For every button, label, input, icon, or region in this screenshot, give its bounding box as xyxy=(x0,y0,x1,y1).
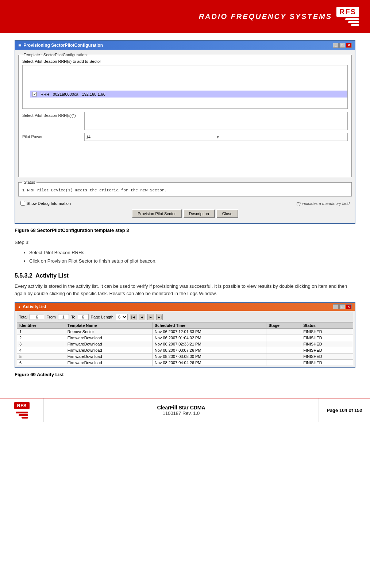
last-page-button[interactable]: ►| xyxy=(156,314,163,320)
show-debug-label: Show Debug Information xyxy=(27,201,71,206)
section-heading-532: 5.5.3.2 Activity List xyxy=(15,272,355,279)
col-template-name: Template Name xyxy=(65,322,152,329)
cell-time: Nov 08,2007 03:07:26 PM xyxy=(152,347,266,354)
to-input[interactable] xyxy=(78,314,89,320)
activity-minimize-button[interactable]: _ xyxy=(333,304,339,309)
maximize-button[interactable]: □ xyxy=(339,43,345,48)
table-row[interactable]: 3 FirmwareDownload Nov 06,2007 02:33:21 … xyxy=(17,341,353,347)
provisioning-dialog: ≡ Provisioning SectorPilotConfiguration … xyxy=(15,40,355,224)
cell-stage xyxy=(266,347,301,354)
activity-titlebar-controls[interactable]: _ □ ✕ xyxy=(333,304,352,309)
cell-status: FINISHED xyxy=(301,341,353,347)
activity-table: Identifier Template Name Scheduled Time … xyxy=(17,322,353,366)
show-debug-area: Show Debug Information xyxy=(20,201,71,206)
cell-template: FirmwareDownload xyxy=(65,341,152,347)
rrh-checkbox[interactable]: ✓ xyxy=(32,92,37,96)
dialog1-buttons: Provision Pilot Sector Description Close xyxy=(18,207,352,220)
pagination-bar: Total From To Page Length 6 |◄ ◄ ► ►| xyxy=(17,312,353,322)
cell-status: FINISHED xyxy=(301,329,353,335)
footer-rfs-badge: RFS xyxy=(14,402,30,409)
beacon-select-container: Select Pilot Beacon RRH(s) to add to Sec… xyxy=(22,59,348,109)
cell-id: 2 xyxy=(17,335,65,341)
pilot-power-field: 14 ▼ xyxy=(84,133,348,141)
cell-id: 4 xyxy=(17,347,65,354)
from-label: From xyxy=(46,315,56,319)
next-page-button[interactable]: ► xyxy=(147,314,154,320)
cell-template: RemoveSector xyxy=(65,329,152,335)
footer-logo-cell: RFS xyxy=(0,398,44,422)
cell-time: Nov 06,2007 02:33:21 PM xyxy=(152,341,266,347)
table-row[interactable]: 4 FirmwareDownload Nov 08,2007 03:07:26 … xyxy=(17,347,353,354)
step3-intro: Step 3: xyxy=(15,239,355,246)
total-input[interactable] xyxy=(30,314,44,320)
bullet-1: Select Pilot Beacon RRHs. xyxy=(29,248,355,257)
cell-stage xyxy=(266,354,301,360)
to-label: To xyxy=(71,315,76,319)
pilot-power-select[interactable]: 14 ▼ xyxy=(84,133,348,141)
rrh-ip: 192.168.1.66 xyxy=(82,92,105,96)
dialog1-title: Provisioning SectorPilotConfiguration xyxy=(23,43,103,48)
template-legend: Template : SectorPilotConfiguration xyxy=(22,53,88,57)
cell-template: FirmwareDownload xyxy=(65,347,152,354)
page-length-select[interactable]: 6 xyxy=(116,314,128,320)
rrh-select-label: Select Pilot Beacon RRH(s)(*) xyxy=(22,112,81,118)
brand-area: RADIO FREQUENCY SYSTEMS RFS xyxy=(199,7,359,26)
dialog1-icon: ≡ xyxy=(18,42,21,48)
cell-status: FINISHED xyxy=(301,354,353,360)
wave-line-3 xyxy=(351,24,359,26)
mandatory-note: (*) indicates a mandatory field xyxy=(296,201,350,206)
cell-stage xyxy=(266,341,301,347)
activity-titlebar: ● ActivityList _ □ ✕ xyxy=(15,303,355,311)
activity-close-button[interactable]: ✕ xyxy=(346,304,352,309)
footer-wave-lines xyxy=(16,412,28,419)
form-row-rrh: Select Pilot Beacon RRH(s)(*) xyxy=(22,112,348,130)
table-row[interactable]: 1 RemoveSector Nov 06,2007 12:01:33 PM F… xyxy=(17,329,353,335)
col-identifier: Identifier xyxy=(17,322,65,329)
col-scheduled-time: Scheduled Time xyxy=(152,322,266,329)
cell-template: FirmwareDownload xyxy=(65,335,152,341)
activity-title: ActivityList xyxy=(23,304,46,309)
activity-body: Total From To Page Length 6 |◄ ◄ ► ►| xyxy=(15,311,355,367)
close-dialog-button[interactable]: Close xyxy=(216,209,238,218)
cell-stage xyxy=(266,329,301,335)
provision-pilot-sector-button[interactable]: Provision Pilot Sector xyxy=(132,209,182,218)
table-row[interactable]: 5 FirmwareDownload Nov 08,2007 03:08:00 … xyxy=(17,354,353,360)
rfs-badge: RFS xyxy=(336,7,359,17)
figure2-caption: Figure 69 Activity List xyxy=(15,372,355,377)
minimize-button[interactable]: _ xyxy=(333,43,339,48)
prev-page-button[interactable]: ◄ xyxy=(139,314,145,320)
status-text: 1 RRH Pilot Device(s) meets the criteria… xyxy=(22,187,348,194)
rrh-id: 0021af0000ca xyxy=(53,92,78,96)
rrh-row[interactable]: ✓ RRH 0021af0000ca 192.168.1.66 xyxy=(30,91,347,98)
footer-product-name: ClearFill Star CDMA xyxy=(157,405,205,411)
cell-status: FINISHED xyxy=(301,347,353,354)
status-fieldset: Status 1 RRH Pilot Device(s) meets the c… xyxy=(18,180,352,196)
from-input[interactable] xyxy=(58,314,69,320)
wave-line-2 xyxy=(348,21,359,23)
cell-time: Nov 06,2007 01:04:02 PM xyxy=(152,335,266,341)
section-title: Activity List xyxy=(35,272,69,279)
show-debug-checkbox[interactable] xyxy=(20,201,25,206)
rrh-listbox[interactable] xyxy=(84,112,348,130)
rrh-type: RRH xyxy=(41,92,49,96)
cell-id: 6 xyxy=(17,360,65,366)
rfs-logo-header: RFS xyxy=(336,7,359,26)
table-row[interactable]: 2 FirmwareDownload Nov 06,2007 01:04:02 … xyxy=(17,335,353,341)
footer-center: ClearFill Star CDMA 1100187 Rev. 1.0 xyxy=(44,398,319,422)
table-row[interactable]: 6 FirmwareDownload Nov 08,2007 04:04:26 … xyxy=(17,360,353,366)
dialog1-bottom-bar: Show Debug Information (*) indicates a m… xyxy=(18,199,352,207)
dropdown-arrow-icon: ▼ xyxy=(216,135,346,139)
main-content: ≡ Provisioning SectorPilotConfiguration … xyxy=(0,33,370,390)
table-header-row: Identifier Template Name Scheduled Time … xyxy=(17,322,353,329)
page-footer: RFS ClearFill Star CDMA 1100187 Rev. 1.0… xyxy=(0,398,370,422)
titlebar-controls[interactable]: _ □ ✕ xyxy=(333,43,352,48)
activity-maximize-button[interactable]: □ xyxy=(339,304,345,309)
description-button[interactable]: Description xyxy=(183,209,215,218)
close-button[interactable]: ✕ xyxy=(346,43,352,48)
pilot-beacon-listbox[interactable]: ✓ RRH 0021af0000ca 192.168.1.66 xyxy=(22,65,348,109)
cell-id: 3 xyxy=(17,341,65,347)
first-page-button[interactable]: |◄ xyxy=(130,314,136,320)
cell-time: Nov 08,2007 04:04:26 PM xyxy=(152,360,266,366)
cell-stage xyxy=(266,335,301,341)
cell-status: FINISHED xyxy=(301,360,353,366)
